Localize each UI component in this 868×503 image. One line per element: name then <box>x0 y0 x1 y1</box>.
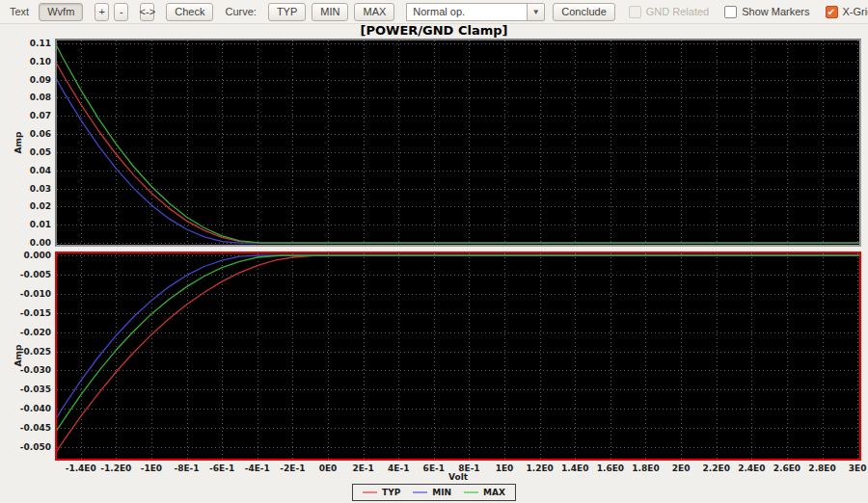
y-tick-label: 0.06 <box>0 129 51 139</box>
x-tick-label: 2.4E0 <box>738 463 765 473</box>
y-tick-label: -0.045 <box>0 423 51 433</box>
legend-item-min: MIN <box>413 488 451 497</box>
mode-select[interactable]: Normal op. ▼ <box>406 3 545 21</box>
x-tick-label: 1.2E0 <box>526 463 553 473</box>
checkmark-icon[interactable]: ✔ <box>826 6 838 18</box>
x-grid-checkbox[interactable]: ✔X-Grid <box>826 6 868 18</box>
y-tick-label: 0.07 <box>0 111 51 120</box>
y-tick-label: 0.03 <box>0 184 51 194</box>
check-button[interactable]: Check <box>166 3 213 21</box>
checkbox-label: X-Grid <box>843 6 868 17</box>
show-markers-checkbox[interactable]: Show Markers <box>724 6 809 18</box>
y-tick-label: 0.04 <box>0 166 51 175</box>
curve-max-top <box>57 41 859 243</box>
x-tick-label: 2.2E0 <box>703 463 730 473</box>
typ-line-swatch <box>363 491 377 493</box>
legend: TYP MIN MAX <box>352 484 516 501</box>
y-tick-label: 0.05 <box>0 147 51 157</box>
gnd-related-checkbox: GND Related <box>629 6 709 18</box>
x-tick-label: 8E-1 <box>458 463 479 473</box>
x-tick-label: -8E-1 <box>174 463 199 473</box>
x-tick-label: 0E0 <box>319 463 338 473</box>
x-tick-label: 2.8E0 <box>808 463 835 473</box>
curve-min-button[interactable]: MIN <box>312 3 348 21</box>
x-tick-label: 3E0 <box>849 463 867 473</box>
y-tick-label: 0.09 <box>0 75 51 85</box>
waveform-viewer-window: Text Wvfm + - <-> Check Curve: TYP MIN M… <box>0 0 868 503</box>
legend-label-typ: TYP <box>382 488 400 497</box>
y-axis-label-top: Amp <box>14 128 23 157</box>
x-tick-label: -1.2E0 <box>100 463 131 473</box>
y-tick-label: 0.000 <box>0 251 51 260</box>
plot-panel-bottom[interactable] <box>55 252 861 461</box>
curve-typ-bottom <box>57 255 859 455</box>
legend-item-max: MAX <box>464 488 505 497</box>
mode-select-value: Normal op. <box>406 3 528 21</box>
x-axis-label: Volt <box>448 472 468 482</box>
legend-label-min: MIN <box>432 488 451 497</box>
zoom-out-button[interactable]: - <box>114 3 128 21</box>
fit-button[interactable]: <-> <box>140 3 154 21</box>
y-tick-label: -0.005 <box>0 270 51 279</box>
y-tick-label: 0.02 <box>0 201 51 211</box>
y-tick-label: 0.11 <box>0 39 51 48</box>
page-title: [POWER/GND Clamp] <box>0 23 868 39</box>
chart-canvas-top <box>57 40 859 245</box>
x-tick-label: -1.4E0 <box>66 463 96 473</box>
curve-label: Curve: <box>225 6 256 17</box>
x-tick-label: 2.6E0 <box>773 463 800 473</box>
y-tick-label: -0.010 <box>0 289 51 299</box>
y-tick-label: 0.00 <box>0 238 51 248</box>
legend-item-typ: TYP <box>363 488 400 497</box>
x-tick-label: 1E0 <box>496 463 514 473</box>
x-tick-label: 1.4E0 <box>561 463 588 473</box>
y-tick-label: -0.015 <box>0 308 51 318</box>
min-line-swatch <box>413 491 427 493</box>
curve-min-bottom <box>57 255 859 421</box>
checkbox-label: GND Related <box>646 6 709 17</box>
curve-typ-top <box>57 60 859 243</box>
x-tick-label: 1.8E0 <box>632 463 659 473</box>
toolbar: Text Wvfm + - <-> Check Curve: TYP MIN M… <box>0 0 868 24</box>
x-tick-label: -6E-1 <box>209 463 234 473</box>
x-tick-label: -2E-1 <box>280 463 305 473</box>
curve-typ-button[interactable]: TYP <box>268 3 306 21</box>
zoom-in-button[interactable]: + <box>95 3 109 21</box>
checkbox-label: Show Markers <box>742 6 809 17</box>
curve-min-top <box>57 75 859 243</box>
y-tick-label: -0.025 <box>0 347 51 357</box>
legend-label-max: MAX <box>483 488 505 497</box>
x-tick-label: 2E-1 <box>352 463 373 473</box>
x-tick-label: 2E0 <box>672 463 691 473</box>
max-line-swatch <box>464 491 478 493</box>
x-tick-label: 4E-1 <box>388 463 409 473</box>
y-tick-label: -0.020 <box>0 328 51 337</box>
chart-canvas-bottom <box>57 253 859 459</box>
checkbox-box[interactable] <box>724 6 737 18</box>
y-tick-label: 0.10 <box>0 57 51 66</box>
chevron-down-icon[interactable]: ▼ <box>527 3 545 21</box>
x-tick-label: 6E-1 <box>423 463 445 473</box>
y-tick-label: -0.040 <box>0 404 51 413</box>
y-tick-label: -0.035 <box>0 384 51 394</box>
y-axis-label-bottom: Amp <box>14 341 23 370</box>
wvfm-view-button[interactable]: Wvfm <box>39 3 83 21</box>
x-tick-label: 1.6E0 <box>597 463 624 473</box>
text-view-button[interactable]: Text <box>10 6 29 17</box>
y-tick-label: -0.050 <box>0 442 51 452</box>
curve-max-bottom <box>57 255 859 435</box>
toolbar-checkbox-group: GND RelatedShow Markers✔X-Grid✔Y-Grid <box>629 6 868 18</box>
plot-panel-top[interactable] <box>55 39 861 247</box>
checkbox-box <box>629 6 641 18</box>
conclude-button[interactable]: Conclude <box>553 3 614 21</box>
y-tick-label: -0.030 <box>0 365 51 375</box>
y-tick-label: 0.01 <box>0 220 51 229</box>
y-tick-label: 0.08 <box>0 93 51 102</box>
x-tick-label: -4E-1 <box>245 463 270 473</box>
x-tick-label: -1E0 <box>141 463 162 473</box>
curve-max-button[interactable]: MAX <box>354 3 394 21</box>
